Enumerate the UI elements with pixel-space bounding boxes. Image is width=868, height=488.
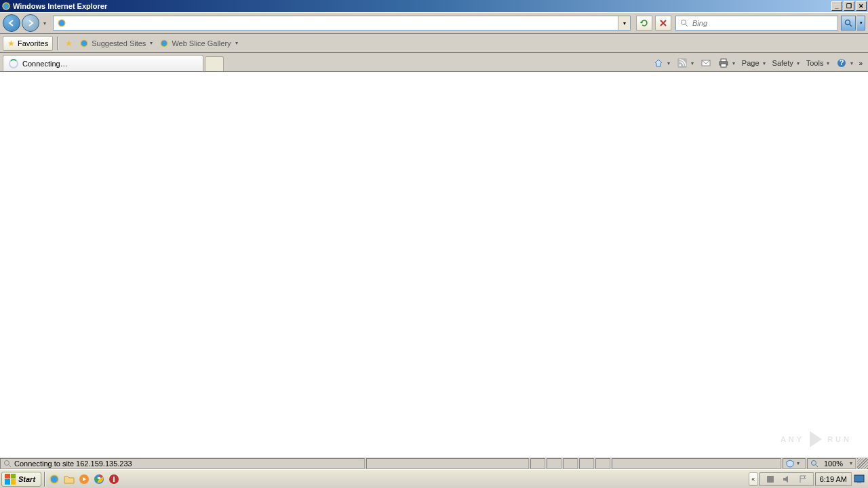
zoom-icon bbox=[810, 460, 818, 468]
quicklaunch-explorer[interactable] bbox=[62, 472, 77, 487]
star-icon: ★ bbox=[7, 39, 15, 48]
security-pane[interactable]: ▾ bbox=[783, 458, 806, 469]
search-input[interactable] bbox=[692, 19, 837, 27]
svg-rect-13 bbox=[721, 64, 726, 67]
web-slice-gallery-link[interactable]: Web Slice Gallery ▾ bbox=[157, 36, 240, 51]
svg-point-1 bbox=[58, 20, 65, 26]
start-button[interactable]: Start bbox=[1, 472, 41, 487]
window-controls: _ ❐ ✕ bbox=[831, 1, 867, 11]
tray-icon-1[interactable] bbox=[764, 473, 776, 485]
safety-menu-button[interactable]: Safety ▾ bbox=[770, 56, 802, 70]
page-menu-button[interactable]: Page ▾ bbox=[739, 56, 768, 70]
toolbar-overflow-button[interactable]: » bbox=[857, 60, 863, 67]
quicklaunch-app[interactable] bbox=[106, 472, 121, 487]
suggested-sites-link[interactable]: Suggested Sites ▾ bbox=[77, 36, 155, 51]
recent-pages-dropdown[interactable]: ▾ bbox=[41, 20, 49, 26]
read-mail-button[interactable] bbox=[698, 56, 714, 70]
taskbar: Start « 6:19 AM bbox=[0, 469, 868, 488]
address-dropdown[interactable]: ▾ bbox=[618, 16, 630, 30]
page-icon bbox=[56, 18, 67, 28]
svg-line-17 bbox=[9, 465, 11, 467]
svg-line-3 bbox=[686, 24, 688, 26]
shield-icon bbox=[786, 460, 794, 468]
zoom-control[interactable]: 100% ▾ bbox=[807, 458, 856, 469]
chevron-down-icon: ▾ bbox=[235, 40, 238, 46]
add-to-favorites-bar[interactable]: ★ bbox=[62, 36, 75, 51]
svg-rect-27 bbox=[854, 475, 864, 482]
tray-volume-icon[interactable] bbox=[781, 473, 793, 485]
title-bar: Windows Internet Explorer _ ❐ ✕ bbox=[0, 0, 868, 12]
tray-icons-panel bbox=[760, 472, 814, 486]
new-tab-button[interactable] bbox=[205, 56, 224, 71]
chevron-down-icon: ▾ bbox=[850, 60, 853, 66]
navigation-toolbar: ▾ ▾ ▾ bbox=[0, 12, 868, 34]
favorites-button[interactable]: ★ Favorites bbox=[3, 36, 53, 51]
tray-expand-button[interactable]: « bbox=[749, 472, 758, 486]
clock-panel[interactable]: 6:19 AM bbox=[815, 472, 852, 486]
tray-flag-icon[interactable] bbox=[797, 473, 809, 485]
svg-rect-26 bbox=[767, 476, 774, 483]
chevron-down-icon: ▾ bbox=[150, 40, 153, 46]
ie-small-icon bbox=[79, 39, 89, 48]
loading-spinner-icon bbox=[9, 59, 18, 68]
feeds-button[interactable]: ▾ bbox=[674, 56, 696, 70]
minimize-button[interactable]: _ bbox=[831, 1, 842, 11]
windows-flag-icon bbox=[5, 474, 16, 485]
search-bar[interactable] bbox=[675, 16, 838, 30]
stop-button[interactable] bbox=[655, 16, 671, 30]
address-bar[interactable]: ▾ bbox=[53, 16, 631, 30]
tools-menu-button[interactable]: Tools ▾ bbox=[804, 56, 833, 70]
print-button[interactable]: ▾ bbox=[715, 56, 738, 70]
search-go-button[interactable] bbox=[841, 16, 856, 30]
search-options-dropdown[interactable]: ▾ bbox=[857, 16, 865, 30]
home-icon bbox=[653, 58, 664, 68]
svg-rect-11 bbox=[721, 59, 726, 62]
home-button[interactable]: ▾ bbox=[650, 56, 673, 70]
svg-point-2 bbox=[682, 20, 686, 25]
web-slice-gallery-label: Web Slice Gallery bbox=[172, 39, 231, 47]
help-button[interactable]: ? ▾ bbox=[833, 56, 856, 70]
svg-point-18 bbox=[812, 460, 816, 465]
status-text-pane: Connecting to site 162.159.135.233 bbox=[0, 458, 365, 469]
clock: 6:19 AM bbox=[820, 475, 847, 483]
svg-rect-25 bbox=[113, 476, 115, 482]
search-icon bbox=[679, 18, 690, 28]
zone-pane bbox=[612, 458, 781, 469]
separator bbox=[44, 472, 45, 487]
quicklaunch-media[interactable] bbox=[77, 472, 92, 487]
back-button[interactable] bbox=[3, 14, 20, 32]
zoom-level: 100% bbox=[824, 460, 843, 468]
chevron-down-icon: ▾ bbox=[827, 60, 829, 66]
tray-monitor-icon[interactable] bbox=[853, 473, 865, 485]
status-slot-5 bbox=[595, 458, 610, 469]
page-menu-label: Page bbox=[742, 59, 760, 67]
address-input[interactable] bbox=[70, 19, 618, 27]
refresh-button[interactable] bbox=[636, 16, 652, 30]
browser-tab[interactable]: Connecting… bbox=[3, 55, 203, 71]
print-icon bbox=[718, 58, 729, 68]
window-title: Windows Internet Explorer bbox=[13, 2, 831, 10]
svg-point-4 bbox=[846, 20, 850, 25]
quicklaunch-ie[interactable] bbox=[47, 472, 62, 487]
maximize-button[interactable]: ❐ bbox=[844, 1, 854, 11]
status-bar: Connecting to site 162.159.135.233 ▾ 100… bbox=[0, 457, 868, 469]
tab-bar: Connecting… ▾ ▾ ▾ Page ▾ Safety ▾ Tools … bbox=[0, 53, 868, 72]
svg-point-9 bbox=[679, 64, 681, 66]
suggested-sites-label: Suggested Sites bbox=[92, 39, 146, 47]
magnifier-icon bbox=[3, 460, 12, 468]
play-triangle-icon bbox=[810, 431, 822, 447]
status-text: Connecting to site 162.159.135.233 bbox=[14, 460, 132, 468]
svg-line-19 bbox=[816, 465, 818, 467]
chevron-down-icon: ▾ bbox=[797, 460, 800, 466]
svg-text:?: ? bbox=[840, 58, 844, 66]
progress-pane bbox=[366, 458, 529, 469]
forward-button[interactable] bbox=[22, 14, 39, 32]
status-slot-4 bbox=[579, 458, 594, 469]
quicklaunch-chrome[interactable] bbox=[92, 472, 106, 487]
chevron-down-icon: ▾ bbox=[667, 60, 670, 66]
svg-point-6 bbox=[81, 40, 87, 47]
svg-point-7 bbox=[161, 40, 167, 47]
resize-grip[interactable] bbox=[857, 458, 868, 469]
svg-point-20 bbox=[50, 475, 58, 483]
close-button[interactable]: ✕ bbox=[856, 1, 867, 11]
